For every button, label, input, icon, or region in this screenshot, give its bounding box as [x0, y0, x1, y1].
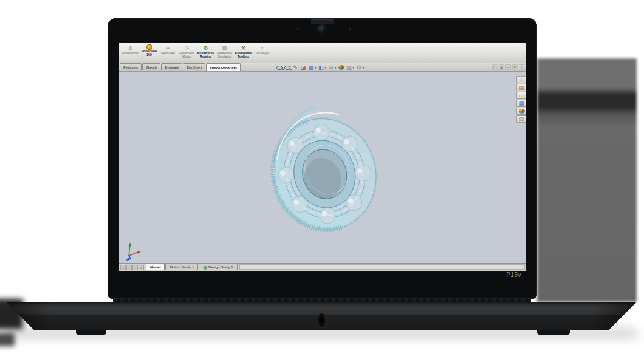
study-tab-label: Motion Study 1 [170, 265, 194, 269]
display-screen: ⊚CircuitWorksPhotoView 360⌖ScanTo3D◷Soli… [119, 43, 526, 271]
view-orientation-caret: ▾ [315, 66, 317, 69]
addin-circuitworks[interactable]: ⊚CircuitWorks [121, 44, 140, 55]
sheet-scroll-2[interactable]: › [132, 265, 138, 270]
design-library-tab[interactable]: ▤ [516, 84, 526, 91]
addin-label: PhotoView 360 [142, 50, 157, 57]
microphone-dot-right [349, 28, 351, 30]
tab-features[interactable]: Features [120, 63, 142, 70]
addin-scanto3d[interactable]: ⌖ScanTo3D [159, 44, 177, 55]
tab-design-study-1[interactable]: ▦Design Study 1 [199, 264, 237, 270]
file-explorer-tab[interactable]: ▭ [516, 92, 526, 99]
display-style-caret: ▾ [325, 66, 327, 69]
sheet-tab-scroll-buttons: «‹›» [120, 265, 144, 270]
section-view-icon: ◪ [300, 64, 306, 71]
zoom-to-area-icon [284, 66, 290, 70]
display-style[interactable]: ◧▾ [318, 64, 327, 71]
solidworks-resources-tab[interactable]: ⌂ [516, 76, 526, 83]
appearances-scenes-tab[interactable] [516, 108, 526, 115]
doc-minimize-button[interactable]: — [505, 64, 511, 70]
sheet-scroll-0[interactable]: « [120, 265, 126, 270]
addin-label: SolidWorks Routing [197, 52, 214, 59]
study-tabs: ModelMotion Study 1▦Design Study 1 [146, 264, 238, 270]
study-tab-label: Model [150, 265, 160, 269]
view-orientation-icon: ▦ [308, 64, 314, 71]
addin-solidworks-motion[interactable]: ◷SolidWorks Motion [177, 44, 196, 59]
study-tab-label: Design Study 1 [208, 265, 233, 269]
design-study-icon: ▦ [203, 265, 207, 270]
addin-label: TolAnalyst [255, 52, 269, 55]
view-palette-tab[interactable]: ▦ [516, 100, 526, 107]
previous-view[interactable]: ✎ [292, 64, 299, 71]
doc-maximize-button[interactable]: ▣ [499, 64, 504, 70]
sheet-scroll-3[interactable]: » [139, 265, 144, 270]
tab-dimxpert[interactable]: DimXpert [183, 63, 205, 70]
apply-scene-icon: ▨ [346, 64, 352, 71]
previous-view-icon: ✎ [292, 64, 298, 71]
display-style-icon: ◧ [318, 64, 324, 71]
rubber-foot-left [76, 329, 106, 335]
hide-show-items-caret: ▾ [335, 66, 337, 69]
laptop-shadow-left-2 [0, 333, 15, 346]
heads-up-view-toolbar: ✎◪▦▾◧▾∞▾▨▾⚙▾ [276, 64, 365, 71]
ball-bearing-model[interactable] [264, 99, 394, 236]
document-window-controls: ▢▣—⧉✕ [492, 64, 524, 70]
microphone-dot-left [297, 28, 299, 30]
custom-properties-tab[interactable]: ▤ [516, 115, 526, 123]
solidworks-resources-icon: ⌂ [519, 76, 525, 83]
zoom-to-fit-icon [276, 66, 283, 70]
edit-appearance[interactable] [338, 64, 345, 71]
addin-photoview-360[interactable]: PhotoView 360 [140, 44, 159, 57]
laptop-base [6, 302, 637, 330]
laptop-shadow-right [537, 58, 637, 302]
zoom-to-fit[interactable] [276, 64, 283, 71]
bottom-tab-bar: «‹›» ModelMotion Study 1▦Design Study 1 [119, 263, 526, 271]
apply-scene[interactable]: ▨▾ [346, 64, 355, 71]
addin-label: SolidWorks Motion [179, 52, 194, 59]
addin-solidworks-toolbox[interactable]: ⚒SolidWorks Toolbox [234, 44, 253, 59]
tab-sketch[interactable]: Sketch [142, 63, 160, 70]
addin-label: SolidWorks Simulation [217, 52, 232, 59]
tab-evaluate[interactable]: Evaluate [161, 63, 182, 70]
view-settings[interactable]: ⚙▾ [355, 64, 365, 71]
doc-close-button[interactable]: ✕ [519, 64, 524, 70]
horizontal-scroll-strip[interactable] [239, 264, 525, 270]
hide-show-items-icon: ∞ [328, 64, 334, 71]
addin-solidworks-routing[interactable]: ⚙SolidWorks Routing [196, 44, 215, 59]
addin-tolanalyst[interactable]: ⌗TolAnalyst [253, 44, 272, 55]
custom-properties-icon: ▤ [519, 115, 525, 123]
addin-solidworks-simulation[interactable]: ▦SolidWorks Simulation [215, 44, 234, 59]
task-pane-tabs: ⌂▤▭▦▤ [516, 76, 526, 123]
view-settings-caret: ▾ [363, 66, 365, 69]
tab-model[interactable]: Model [146, 264, 165, 270]
view-orientation[interactable]: ▦▾ [307, 64, 317, 71]
file-explorer-icon: ▭ [519, 92, 525, 99]
command-manager-tabs: FeaturesSketchEvaluateDimXpertOffice Pro… [120, 63, 241, 71]
doc-restore-button[interactable]: ▢ [492, 64, 498, 70]
edit-appearance-icon [338, 65, 344, 70]
sheet-scroll-1[interactable]: ‹ [126, 265, 132, 270]
hide-show-items[interactable]: ∞▾ [327, 64, 337, 71]
view-settings-icon: ⚙ [356, 64, 362, 71]
tab-motion-study-1[interactable]: Motion Study 1 [165, 264, 198, 270]
tab-office-products[interactable]: Office Products [206, 63, 241, 71]
section-view[interactable]: ◪ [300, 64, 307, 71]
doc-cascade-button[interactable]: ⧉ [512, 64, 518, 70]
command-manager-row: FeaturesSketchEvaluateDimXpertOffice Pro… [119, 63, 526, 72]
graphics-viewport[interactable]: ⌂▤▭▦▤ [119, 72, 526, 263]
view-palette-icon: ▦ [519, 100, 525, 107]
apply-scene-caret: ▾ [353, 66, 355, 69]
orientation-triad [125, 240, 143, 262]
appearances-scenes-icon [519, 109, 525, 114]
addin-label: CircuitWorks [122, 52, 139, 55]
design-library-icon: ▤ [519, 84, 525, 91]
lid-opening-notch [318, 313, 325, 327]
addin-label: ScanTo3D [161, 52, 175, 55]
rubber-foot-right [537, 329, 570, 335]
webcam-privacy-shutter [311, 19, 334, 24]
addin-label: SolidWorks Toolbox [235, 52, 252, 59]
laptop-lid: P15v ⊚CircuitWorksPhotoView 360⌖ScanTo3D… [108, 18, 537, 299]
model-badge: P15v [506, 272, 521, 278]
addins-toolbar: ⊚CircuitWorksPhotoView 360⌖ScanTo3D◷Soli… [119, 43, 526, 63]
webcam [318, 25, 326, 33]
zoom-to-area[interactable] [284, 64, 291, 71]
